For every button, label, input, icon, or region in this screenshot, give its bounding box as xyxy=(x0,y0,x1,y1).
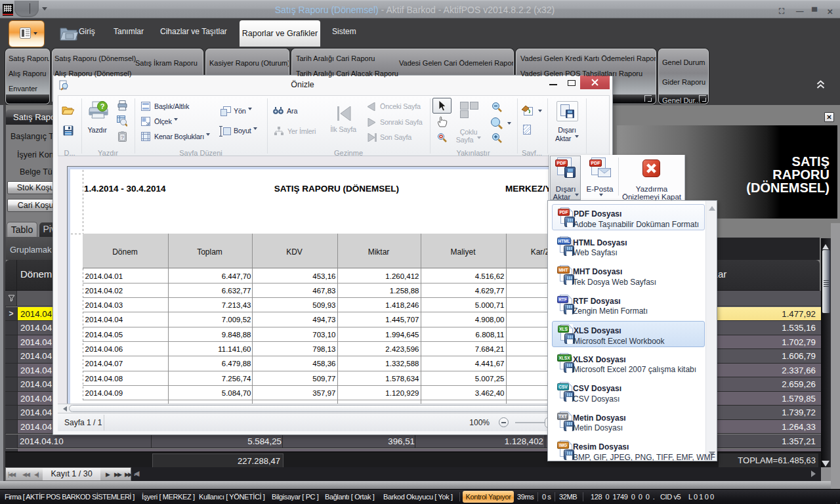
svg-text:?: ? xyxy=(100,102,105,110)
svg-text:?: ? xyxy=(121,135,124,140)
